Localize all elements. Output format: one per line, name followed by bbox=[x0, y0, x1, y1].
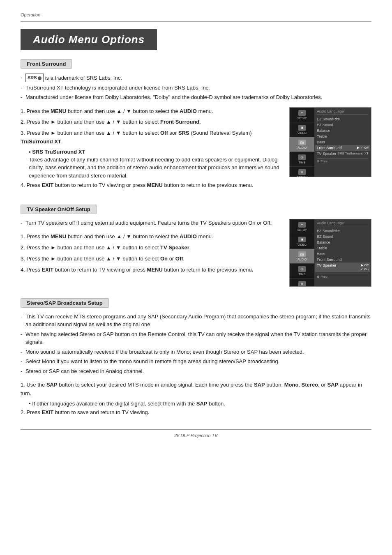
menu-left-panel-2: ✦ SETUP ▣ VIDEO )))) AUDIO ◷ TIME bbox=[290, 219, 314, 286]
front-surround-content: 1. Press the MENU button and then use ▲ … bbox=[21, 107, 371, 192]
menu-title-1: Audio Language bbox=[317, 109, 369, 115]
section-front-surround: Front Surround SRS is a trademark of SRS… bbox=[21, 59, 371, 192]
menu-item-audio-2: )))) AUDIO bbox=[290, 249, 314, 264]
video-icon-1: ▣ bbox=[298, 125, 306, 131]
breadcrumb: Operation bbox=[21, 12, 371, 17]
menu-left-panel-1: ✦ SETUP ▣ VIDEO )))) AUDIO ◷ TIME bbox=[290, 108, 314, 177]
bullet-tv-speaker-off: Turn TV speakers off if using external a… bbox=[21, 219, 281, 227]
menu-item-treble-2: Treble bbox=[317, 245, 369, 251]
menu-right-panel-1: Audio Language EZ SoundRite EZ Sound Bal… bbox=[314, 108, 371, 177]
menu-item-time-1: ◷ TIME bbox=[290, 152, 314, 167]
stereo-sap-bullets: This TV can receive MTS stereo programs … bbox=[21, 313, 371, 375]
menu-item-frontsurround-1: Front Surround▶ ✓ Off bbox=[315, 145, 370, 151]
tv-step-2: 2. Press the ► button and then use ▲ / ▼… bbox=[21, 244, 281, 252]
tv-step-3: 3. Press the ► button and then use ▲ / ▼… bbox=[21, 255, 281, 263]
audio-icon-2: )))) bbox=[298, 251, 306, 257]
menu-footer-2: ⊕ Prev. bbox=[317, 274, 369, 279]
srs-trusurround-desc: Takes advantage of any multi-channel for… bbox=[29, 156, 281, 180]
menu-item-bass-2: Bass bbox=[317, 251, 369, 257]
bullet-remote: When having selected Stereo or SAP butto… bbox=[21, 330, 371, 346]
menu-item-ezsound-2: EZ Sound bbox=[317, 234, 369, 240]
step-4: 4. Press EXIT button to return to TV vie… bbox=[21, 181, 281, 190]
srs-logo-icon: SRS bbox=[25, 74, 44, 82]
sap-step-1-sub: • If other languages available on the di… bbox=[29, 401, 371, 407]
menu-item-frontsurround-2: Front Surround bbox=[317, 257, 369, 263]
bullet-analog: Stereo or SAP can be received in Analog … bbox=[21, 367, 371, 375]
menu-item-ezsound-1: EZ Sound bbox=[317, 122, 369, 128]
tv-speaker-steps: Turn TV speakers off if using external a… bbox=[21, 219, 281, 277]
menu-item-balance-1: Balance bbox=[317, 128, 369, 134]
step-2: 2. Press the ► button and then use ▲ / ▼… bbox=[21, 118, 281, 127]
time-icon-2: ◷ bbox=[298, 266, 306, 272]
bullet-trusurround: TruSurround XT technology is incorporate… bbox=[21, 84, 371, 92]
option-icon-2: ⚙ bbox=[298, 281, 306, 287]
menu-item-audio-1: )))) AUDIO bbox=[290, 137, 314, 152]
section-stereo-sap: Stereo/SAP Broadcasts Setup This TV can … bbox=[21, 298, 371, 417]
menu-screenshot-1: ✦ SETUP ▣ VIDEO )))) AUDIO ◷ TIME bbox=[289, 107, 371, 177]
bullet-mono: Mono sound is automatically received if … bbox=[21, 348, 371, 356]
bullet-mts: This TV can receive MTS stereo programs … bbox=[21, 313, 371, 329]
menu-title-2: Audio Language bbox=[317, 221, 369, 226]
menu-screenshot-2: ✦ SETUP ▣ VIDEO )))) AUDIO ◷ TIME bbox=[289, 219, 371, 287]
tv-step-4: 4. Press EXIT button to return to TV vie… bbox=[21, 266, 281, 274]
menu-item-tvspeaker-2: TV Speaker ▶ Off ✓ On bbox=[315, 263, 370, 272]
tv-speaker-bullets: Turn TV speakers off if using external a… bbox=[21, 219, 281, 227]
menu-item-ezsoundrite-2: EZ SoundRite bbox=[317, 228, 369, 234]
section-tv-speaker: TV Speaker On/Off Setup Turn TV speakers… bbox=[21, 205, 371, 287]
front-surround-bullets: SRS is a trademark of SRS Labs, Inc. Tru… bbox=[21, 74, 371, 101]
video-icon-2: ▣ bbox=[298, 237, 306, 242]
menu-item-time-2: ◷ TIME bbox=[290, 264, 314, 279]
bullet-selectmono: Select Mono if you want to listen to the… bbox=[21, 357, 371, 366]
bullet-srs-trademark: SRS is a trademark of SRS Labs, Inc. bbox=[21, 74, 371, 82]
top-divider bbox=[21, 21, 371, 22]
tv-speaker-content: Turn TV speakers off if using external a… bbox=[21, 219, 371, 287]
sap-step-2: 2. Press EXIT button to save and return … bbox=[21, 408, 371, 417]
bottom-divider bbox=[21, 429, 371, 430]
menu-item-setup-2: ✦ SETUP bbox=[290, 219, 314, 234]
menu-item-balance-2: Balance bbox=[317, 240, 369, 245]
step-1: 1. Press the MENU button and then use ▲ … bbox=[21, 107, 281, 116]
menu-item-video-2: ▣ VIDEO bbox=[290, 234, 314, 249]
page-title: Audio Menu Options bbox=[21, 29, 157, 50]
sap-step-1: 1. Use the SAP button to select your des… bbox=[21, 381, 371, 398]
menu-item-option-1: ⚙ OPTION bbox=[290, 167, 314, 177]
menu-item-video-1: ▣ VIDEO bbox=[290, 122, 314, 137]
front-surround-steps: 1. Press the MENU button and then use ▲ … bbox=[21, 107, 281, 192]
menu-footer-1: ⊕ Prev. bbox=[317, 158, 369, 163]
menu-item-setup-1: ✦ SETUP bbox=[290, 108, 314, 122]
section-label-stereo-sap: Stereo/SAP Broadcasts Setup bbox=[21, 298, 109, 308]
page-footer: 26 DLP Projection TV bbox=[21, 433, 371, 438]
menu-item-tvspeaker-1: TV SpeakerSRS TruSurround XT bbox=[317, 151, 369, 157]
option-icon-1: ⚙ bbox=[298, 169, 306, 175]
section-label-front-surround: Front Surround bbox=[21, 59, 72, 69]
srs-trusurround-title: • SRS TruSurround XT bbox=[29, 149, 281, 155]
step-3: 3. Press the ► button and then use ▲ / ▼… bbox=[21, 129, 281, 146]
menu-item-option-2: ⚙ OPTION bbox=[290, 279, 314, 287]
menu-right-panel-2: Audio Language EZ SoundRite EZ Sound Bal… bbox=[314, 219, 371, 286]
menu-item-bass-1: Bass bbox=[317, 139, 369, 145]
menu-item-ezsoundrite-1: EZ SoundRite bbox=[317, 116, 369, 122]
setup-icon-2: ✦ bbox=[298, 222, 306, 228]
section-label-tv-speaker: TV Speaker On/Off Setup bbox=[21, 205, 97, 214]
menu-item-treble-1: Treble bbox=[317, 134, 369, 139]
setup-icon-1: ✦ bbox=[298, 110, 306, 116]
bullet-dolby: Manufactured under license from Dolby La… bbox=[21, 93, 371, 101]
audio-icon-1: )))) bbox=[298, 140, 306, 145]
time-icon-1: ◷ bbox=[298, 154, 306, 160]
tv-step-1: 1. Press the MENU button and then use ▲ … bbox=[21, 233, 281, 241]
